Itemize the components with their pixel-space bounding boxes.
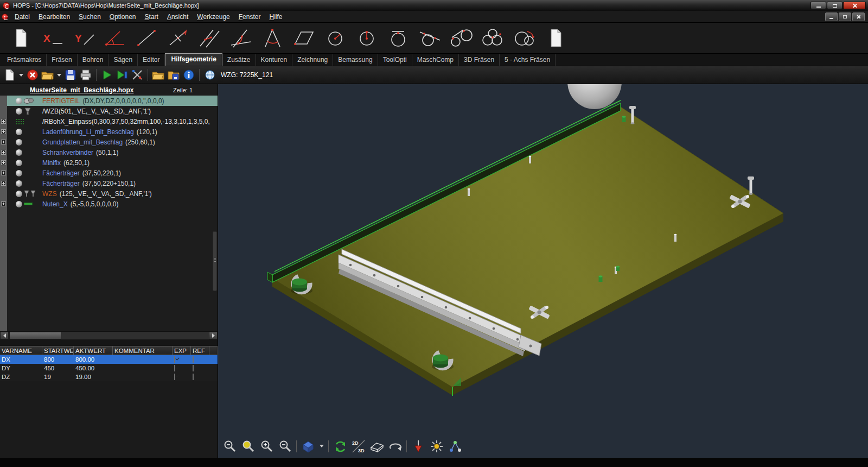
menu-bearbeiten[interactable]: Bearbeiten — [34, 11, 74, 22]
end-page-icon[interactable] — [541, 26, 570, 51]
tab-fraesmakros[interactable]: Fräsmakros — [2, 54, 47, 66]
tree-row-minifix[interactable]: Minifix (62,50,1) — [0, 157, 218, 168]
rotate-view-icon[interactable] — [388, 439, 403, 453]
circle-point-icon[interactable] — [384, 26, 412, 51]
dowel-2[interactable] — [599, 275, 603, 282]
tree-row-wzb[interactable]: /WZB(501,_VE,_V,_VA,_SD,_ANF,'1') — [0, 106, 218, 116]
tangent-two-circles-icon[interactable] — [447, 26, 475, 51]
parallelogram-icon[interactable] — [290, 26, 318, 51]
mdi-restore-button[interactable] — [839, 12, 851, 21]
tree-row-faechertraeger-2[interactable]: Fächerträger (37,50,220+150,1) — [0, 178, 218, 188]
tree-row-schrankverbinder[interactable]: Schrankverbinder (50,1,1) — [0, 147, 218, 157]
scroll-right-icon[interactable] — [209, 332, 218, 339]
dowel-1[interactable] — [622, 116, 626, 122]
zoom-all-icon[interactable] — [241, 439, 256, 453]
save-all-icon[interactable] — [167, 68, 180, 81]
tab-editor[interactable]: Editor — [138, 54, 165, 66]
expand-icon[interactable] — [1, 171, 6, 175]
tab-zeichnung[interactable]: Zeichnung — [292, 54, 333, 66]
tree-row-grundplatten[interactable]: Grundplatten_mit_Beschlag (250,60,1) — [0, 137, 218, 147]
mdi-close-button[interactable] — [852, 12, 865, 21]
pin-2[interactable] — [468, 188, 470, 196]
program-tree[interactable]: FERTIGTEIL (DX,DY,DZ,0,0,0,0,0,'',0,0,0)… — [0, 96, 218, 331]
zoom-in-icon[interactable] — [259, 439, 274, 453]
tab-bohren[interactable]: Bohren — [78, 54, 109, 66]
minimize-button[interactable] — [810, 2, 826, 9]
circle-radius-icon[interactable] — [353, 26, 381, 51]
tree-row-faechertraeger-1[interactable]: Fächerträger (37,50,220,1) — [0, 168, 218, 178]
pin-3[interactable] — [674, 234, 677, 242]
pin-1[interactable] — [529, 156, 532, 163]
x-coordinate-icon[interactable]: X — [38, 26, 66, 51]
tab-maschcomp[interactable]: MaschComp — [412, 54, 459, 66]
line-point-angle-icon[interactable] — [164, 26, 192, 51]
menu-start[interactable]: Start — [141, 11, 163, 22]
tab-5-achs-fraesen[interactable]: 5 - Achs Fräsen — [500, 54, 556, 66]
view-preset-dropdown-icon[interactable] — [320, 445, 324, 447]
tree-row-rbohx[interactable]: /RBohX_Einpass(0,300,37,50,32mm,100,-13,… — [0, 116, 218, 127]
circle-tangent-line-icon[interactable] — [416, 26, 444, 51]
open-folder-dropdown-icon[interactable] — [57, 74, 61, 77]
tree-row-ladenfuehrung[interactable]: Ladenführung_Li_mit_Beschlag (120,1) — [0, 127, 218, 137]
scroll-left-icon[interactable] — [0, 332, 9, 339]
menu-hilfe[interactable]: Hilfe — [265, 11, 286, 22]
menu-datei[interactable]: Datei — [10, 11, 34, 22]
ref-checkbox[interactable] — [193, 374, 194, 380]
mode-2d3d-toggle[interactable]: 2D3D — [351, 439, 366, 453]
angle-between-lines-icon[interactable] — [227, 26, 255, 51]
expand-icon[interactable] — [1, 160, 6, 165]
tree-row-wzs[interactable]: WZS (125,_VE,_V,_VA,_SD,_ANF,'1') — [0, 188, 218, 199]
measure-tool-icon[interactable] — [411, 439, 425, 453]
ref-checkbox[interactable] — [193, 365, 194, 371]
scroll-thumb[interactable] — [9, 332, 61, 339]
tree-horizontal-scrollbar[interactable] — [0, 331, 218, 339]
info-icon[interactable] — [182, 68, 195, 81]
menu-optionen[interactable]: Optionen — [105, 11, 141, 22]
menu-suchen[interactable]: Suchen — [74, 11, 105, 22]
zoom-out-icon[interactable] — [278, 439, 292, 453]
line-two-points-icon[interactable] — [132, 26, 161, 51]
solid-view-icon[interactable] — [369, 439, 384, 453]
parallel-line-icon[interactable] — [195, 26, 224, 51]
tree-vertical-scrollbar[interactable] — [213, 231, 217, 291]
tab-bemassung[interactable]: Bemassung — [333, 54, 378, 66]
tab-zusaetze[interactable]: Zusätze — [222, 54, 256, 66]
menu-werkzeuge[interactable]: Werkzeuge — [193, 11, 234, 22]
three-circles-icon[interactable] — [478, 26, 507, 51]
maximize-button[interactable] — [827, 2, 843, 9]
expand-icon[interactable] — [1, 150, 6, 155]
new-file-icon[interactable] — [3, 68, 16, 81]
viewport-3d-scene[interactable] — [218, 84, 867, 458]
new-page-icon[interactable] — [7, 26, 35, 51]
expand-icon[interactable] — [1, 140, 6, 144]
variable-row-dy[interactable]: DY 450 450.00 — [0, 364, 218, 373]
menu-fenster[interactable]: Fenster — [234, 11, 265, 22]
save-icon[interactable] — [64, 68, 77, 81]
tab-fraesen[interactable]: Fräsen — [47, 54, 77, 66]
exp-checkbox[interactable] — [174, 374, 175, 380]
mdi-app-icon[interactable] — [2, 14, 8, 20]
close-button[interactable] — [843, 2, 866, 9]
print-icon[interactable] — [79, 68, 92, 81]
divider-compass-icon[interactable] — [258, 26, 286, 51]
macro-folder-icon[interactable] — [152, 68, 165, 81]
3d-viewport[interactable]: 2D3D — [218, 84, 868, 458]
expand-icon[interactable] — [1, 201, 6, 206]
run-icon[interactable] — [100, 68, 113, 81]
exp-checkbox[interactable] — [174, 365, 175, 371]
angle-icon[interactable] — [101, 26, 129, 51]
ref-checkbox[interactable] — [193, 356, 194, 363]
tree-row-nuten-x[interactable]: Nuten_X (5,-5,0,5,0,0,0,0) — [0, 199, 218, 209]
run-step-icon[interactable] — [116, 68, 129, 81]
sphere-model[interactable] — [567, 84, 622, 109]
tab-3d-fraesen[interactable]: 3D Fräsen — [459, 54, 500, 66]
new-file-dropdown-icon[interactable] — [19, 74, 23, 77]
circle-group-icon[interactable] — [510, 26, 538, 51]
expand-icon[interactable] — [1, 119, 6, 124]
y-coordinate-icon[interactable]: Y — [69, 26, 98, 51]
tree-row-fertigteil[interactable]: FERTIGTEIL (DX,DY,DZ,0,0,0,0,0,'',0,0,0) — [0, 96, 218, 106]
circle-center-icon[interactable] — [321, 26, 349, 51]
delete-icon[interactable] — [26, 68, 39, 81]
wzg-globe-icon[interactable] — [203, 68, 216, 81]
zoom-window-icon[interactable] — [222, 439, 237, 453]
